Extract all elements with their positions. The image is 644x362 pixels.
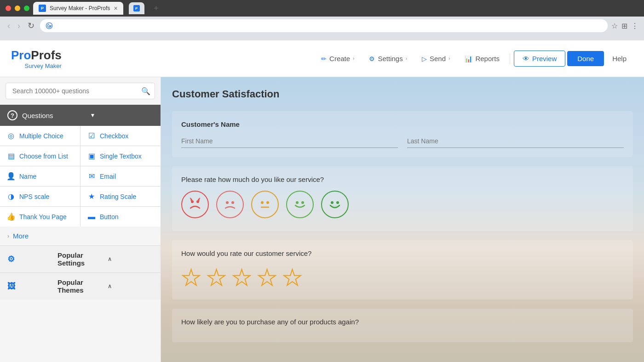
settings-label: Settings bbox=[378, 55, 402, 62]
address-bar[interactable] bbox=[40, 19, 608, 32]
rating-scale-type[interactable]: ★ Rating Scale bbox=[80, 187, 161, 206]
single-textbox-type[interactable]: ▣ Single Textbox bbox=[80, 146, 161, 166]
star-2[interactable]: ★ bbox=[207, 265, 226, 290]
popular-themes-label: Popular Themes bbox=[58, 278, 103, 294]
emoji-3[interactable] bbox=[251, 191, 279, 218]
send-icon: ▷ bbox=[422, 55, 427, 62]
popular-themes-chevron: ∧ bbox=[108, 283, 153, 289]
emoji-1[interactable] bbox=[181, 191, 209, 218]
choose-from-list-type[interactable]: ▤ Choose from List bbox=[0, 146, 80, 166]
bookmark-icon[interactable]: ☆ bbox=[611, 22, 618, 30]
active-tab[interactable]: P Survey Maker - ProProfs × bbox=[33, 2, 123, 15]
multiple-choice-label: Multiple Choice bbox=[19, 132, 63, 140]
search-bar: 🔍 bbox=[6, 83, 155, 99]
maximize-btn[interactable] bbox=[24, 6, 29, 11]
preview-button[interactable]: 👁 Preview bbox=[514, 51, 565, 67]
more-chevron-icon: › bbox=[7, 233, 9, 239]
list-icon: ▤ bbox=[6, 152, 16, 160]
stars-row: ★ ★ ★ ★ ★ bbox=[181, 265, 624, 290]
survey-area: Customer Satisfaction Customer's Name bbox=[161, 77, 644, 362]
email-icon: ✉ bbox=[87, 172, 96, 181]
star-5[interactable]: ★ bbox=[282, 265, 302, 290]
browser-titlebar: P Survey Maker - ProProfs × P + bbox=[0, 0, 644, 17]
questions-icon: ? bbox=[7, 110, 17, 120]
emoji-5[interactable] bbox=[321, 191, 349, 218]
textbox-icon: ▣ bbox=[87, 152, 96, 160]
svg-point-7 bbox=[226, 201, 229, 204]
tab2-favicon: P bbox=[133, 5, 140, 11]
close-btn[interactable] bbox=[6, 6, 11, 11]
addressbar-icons: ☆ ⊞ ⋮ bbox=[611, 22, 638, 30]
pencil-icon: ✏ bbox=[321, 55, 327, 62]
minimize-btn[interactable] bbox=[15, 6, 20, 11]
nav-items: ✏ Create › ⚙ Settings › ▷ Send › 📊 Repor… bbox=[315, 51, 633, 67]
browser-addressbar: ‹ › ↻ ☆ ⊞ ⋮ bbox=[0, 17, 644, 35]
last-name-input[interactable] bbox=[407, 135, 624, 148]
reports-icon: 📊 bbox=[465, 55, 472, 62]
logo-subtitle: Survey Maker bbox=[11, 62, 62, 69]
single-textbox-label: Single Textbox bbox=[100, 153, 142, 160]
nav-reports[interactable]: 📊 Reports bbox=[458, 51, 506, 66]
main-content: 🔍 ? Questions ▼ ◎ Multiple Choice ☑ Chec… bbox=[0, 77, 644, 362]
nav-help[interactable]: Help bbox=[606, 51, 633, 66]
nav-create[interactable]: ✏ Create › bbox=[315, 51, 361, 66]
search-input[interactable] bbox=[6, 83, 155, 99]
menu-icon[interactable]: ⋮ bbox=[631, 22, 638, 30]
nav-divider bbox=[510, 53, 510, 64]
svg-point-3 bbox=[190, 199, 192, 201]
survey-background: Customer Satisfaction Customer's Name bbox=[161, 77, 644, 362]
thank-you-page-type[interactable]: 👍 Thank You Page bbox=[0, 207, 80, 226]
svg-point-4 bbox=[198, 199, 200, 201]
reload-btn[interactable]: ↻ bbox=[26, 19, 36, 33]
star-1[interactable]: ★ bbox=[181, 265, 201, 290]
name-fields bbox=[181, 135, 624, 148]
emoji-4[interactable] bbox=[286, 191, 314, 218]
popular-settings-label: Popular Settings bbox=[58, 251, 103, 267]
checkbox-icon: ☑ bbox=[87, 131, 96, 140]
star-3[interactable]: ★ bbox=[232, 265, 252, 290]
checkbox-label: Checkbox bbox=[100, 132, 128, 140]
svg-point-12 bbox=[296, 201, 299, 204]
forward-btn[interactable]: › bbox=[16, 19, 22, 33]
inactive-tab[interactable]: P bbox=[129, 2, 144, 14]
popular-themes-section[interactable]: 🖼 Popular Themes ∧ bbox=[0, 272, 161, 300]
nps-scale-type[interactable]: ◑ NPS scale bbox=[0, 187, 80, 206]
back-btn[interactable]: ‹ bbox=[6, 19, 12, 33]
emoji-2[interactable] bbox=[216, 191, 244, 218]
multiple-choice-type[interactable]: ◎ Multiple Choice bbox=[0, 126, 80, 146]
google-logo bbox=[46, 22, 53, 29]
sidebar: 🔍 ? Questions ▼ ◎ Multiple Choice ☑ Chec… bbox=[0, 77, 161, 362]
create-label: Create bbox=[329, 55, 350, 62]
extensions-icon[interactable]: ⊞ bbox=[621, 22, 627, 30]
customer-name-section: Customer's Name bbox=[172, 111, 633, 157]
top-nav: ProProfs Survey Maker ✏ Create › ⚙ Setti… bbox=[0, 40, 644, 77]
star-4[interactable]: ★ bbox=[257, 265, 277, 290]
popular-settings-section[interactable]: ⚙ Popular Settings ∧ bbox=[0, 245, 161, 272]
more-section[interactable]: › More bbox=[0, 226, 161, 245]
questions-header[interactable]: ? Questions ▼ bbox=[0, 105, 161, 126]
svg-line-6 bbox=[199, 198, 200, 199]
button-type[interactable]: ▬ Button bbox=[80, 207, 161, 226]
nps-icon: ◑ bbox=[6, 192, 16, 201]
svg-point-14 bbox=[331, 201, 334, 204]
checkbox-type[interactable]: ☑ Checkbox bbox=[80, 126, 161, 146]
logo-profs: Profs bbox=[31, 48, 61, 62]
nav-send[interactable]: ▷ Send › bbox=[415, 51, 456, 66]
done-button[interactable]: Done bbox=[567, 51, 604, 66]
question-types-grid: ◎ Multiple Choice ☑ Checkbox ▤ Choose fr… bbox=[0, 126, 161, 226]
questions-chevron: ▼ bbox=[90, 112, 154, 119]
browser-chrome: P Survey Maker - ProProfs × P + ‹ › ↻ ☆ … bbox=[0, 0, 644, 40]
send-label: Send bbox=[430, 55, 446, 62]
q2-text: How would you rate our customer service? bbox=[181, 249, 624, 257]
email-type[interactable]: ✉ Email bbox=[80, 166, 161, 186]
search-icon: 🔍 bbox=[141, 87, 150, 96]
new-tab-btn[interactable]: + bbox=[150, 2, 163, 15]
settings-gear-icon: ⚙ bbox=[7, 254, 53, 264]
svg-point-8 bbox=[231, 201, 234, 204]
name-type[interactable]: 👤 Name bbox=[0, 166, 80, 186]
multiple-choice-icon: ◎ bbox=[6, 131, 16, 140]
first-name-input[interactable] bbox=[181, 135, 398, 148]
tab-close-btn[interactable]: × bbox=[114, 5, 117, 12]
themes-icon: 🖼 bbox=[7, 282, 53, 291]
nav-settings[interactable]: ⚙ Settings › bbox=[362, 51, 414, 66]
